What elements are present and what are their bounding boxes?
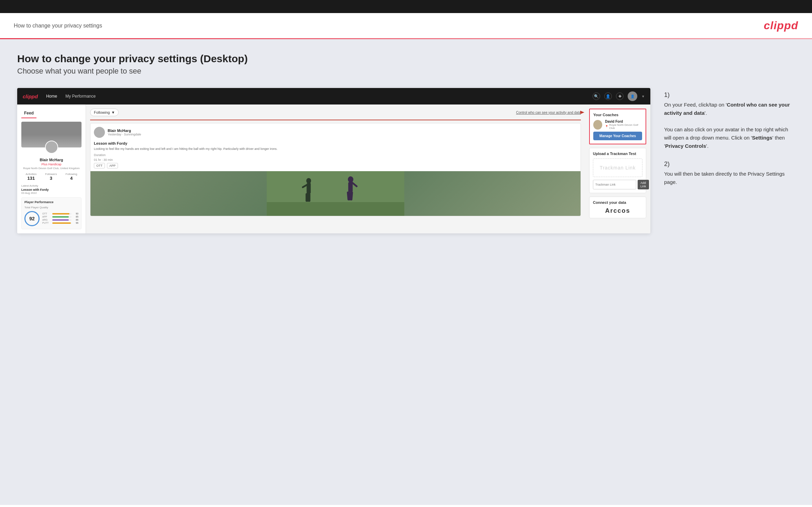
- svg-rect-7: [308, 193, 311, 202]
- app-navbar: clippd Home My Performance 🔍 👤 ✚ 👤 ▼: [17, 88, 650, 104]
- post-tags: OTT APP: [90, 163, 581, 171]
- bar-app-track: [52, 216, 72, 218]
- stat-following: Following 4: [66, 173, 77, 181]
- svg-marker-0: [580, 111, 584, 114]
- app-right: Your Coaches David Ford 📍 Royal North De…: [585, 104, 650, 233]
- latest-lesson: Lesson with Fordy: [21, 188, 82, 191]
- post-duration-label: Duration: [90, 153, 581, 158]
- bar-ott-value: 90: [73, 212, 78, 215]
- post-card: Blair McHarg Yesterday · Sunningdale Les…: [90, 123, 581, 216]
- app-body: Feed Blair McHarg Plus Handicap Royal No…: [17, 104, 650, 233]
- stat-activities-value: 131: [26, 176, 37, 181]
- stat-activities-label: Activities: [26, 173, 37, 176]
- profile-badge: Plus Handicap: [21, 163, 82, 166]
- nav-home[interactable]: Home: [46, 94, 57, 99]
- trackman-input-row: Add Link: [593, 180, 642, 189]
- post-avatar: [94, 127, 105, 138]
- trackman-input[interactable]: [593, 180, 636, 189]
- tag-ott: OTT: [94, 163, 105, 168]
- app-sidebar: Feed Blair McHarg Plus Handicap Royal No…: [17, 104, 86, 233]
- person-icon[interactable]: 👤: [604, 92, 612, 100]
- post-author-info: Blair McHarg Yesterday · Sunningdale: [108, 129, 141, 136]
- perf-quality-label: Total Player Quality: [24, 206, 78, 209]
- bar-app-fill: [52, 216, 69, 218]
- bar-arg: ARG 86: [42, 219, 78, 221]
- user-avatar[interactable]: 👤: [628, 91, 637, 101]
- bar-app-label: APP: [42, 216, 51, 218]
- bar-arg-label: ARG: [42, 219, 51, 221]
- perf-title: Player Performance: [24, 200, 78, 204]
- feed-top: Following ▼ Control who can see your act…: [90, 109, 581, 116]
- profile-banner: [21, 122, 82, 147]
- page-subheading: Choose what you want people to see: [17, 67, 795, 76]
- bar-arg-value: 86: [73, 219, 78, 221]
- coach-row: David Ford 📍 Royal North Devon Golf Club: [593, 120, 642, 130]
- following-chevron: ▼: [111, 110, 115, 114]
- coaches-title: Your Coaches: [593, 113, 642, 117]
- coach-name: David Ford: [605, 120, 642, 123]
- following-label: Following: [94, 110, 110, 114]
- instruction-1: 1) On your Feed, click/tap on 'Control w…: [664, 91, 795, 150]
- control-link[interactable]: Control who can see your activity and da…: [516, 111, 581, 114]
- search-icon[interactable]: 🔍: [593, 92, 600, 100]
- quality-score: 92: [24, 211, 40, 226]
- manage-coaches-button[interactable]: Manage Your Coaches: [593, 132, 642, 140]
- svg-rect-9: [348, 182, 353, 192]
- bar-putt-fill: [52, 222, 71, 224]
- instruction-1-number: 1): [664, 91, 795, 99]
- bar-ott-label: OTT: [42, 212, 51, 215]
- nav-icons: 🔍 👤 ✚ 👤 ▼: [593, 91, 645, 101]
- profile-avatar: [45, 141, 58, 154]
- plus-icon[interactable]: ✚: [616, 92, 624, 100]
- trackman-card: Upload a Trackman Test Trackman Link Add…: [589, 148, 646, 193]
- bar-ott: OTT 90: [42, 212, 78, 215]
- trackman-card-title: Upload a Trackman Test: [593, 152, 642, 156]
- logo: clippd: [764, 19, 798, 32]
- bar-app-value: 85: [73, 216, 78, 218]
- tag-app: APP: [107, 163, 118, 168]
- arccos-logo: Arccos: [593, 207, 642, 214]
- profile-club: Royal North Devon Golf Club, United King…: [21, 167, 82, 170]
- header-title: How to change your privacy settings: [14, 23, 102, 29]
- instruction-2-text: You will then be taken directly to the P…: [664, 170, 795, 186]
- bar-arg-fill: [52, 219, 69, 221]
- stat-followers-value: 3: [45, 176, 57, 181]
- stat-following-value: 4: [66, 176, 77, 181]
- stats-row: Activities 131 Followers 3 Following 4: [21, 173, 82, 181]
- post-image: [90, 171, 581, 216]
- bar-putt: PUTT 96: [42, 222, 78, 224]
- feed-tab[interactable]: Feed: [21, 109, 36, 118]
- stat-followers: Followers 3: [45, 173, 57, 181]
- stat-followers-label: Followers: [45, 173, 57, 176]
- coaches-card: Your Coaches David Ford 📍 Royal North De…: [589, 109, 646, 144]
- main-content: How to change your privacy settings (Des…: [0, 39, 812, 505]
- bar-putt-label: PUTT: [42, 222, 51, 224]
- nav-my-performance[interactable]: My Performance: [65, 94, 96, 99]
- red-line: [90, 120, 581, 120]
- coach-club: 📍 Royal North Devon Golf Club: [605, 123, 642, 130]
- bar-ott-fill: [52, 213, 69, 214]
- post-header: Blair McHarg Yesterday · Sunningdale: [90, 123, 581, 141]
- avatar-chevron: ▼: [641, 95, 645, 98]
- arrow-right-icon: [580, 110, 587, 115]
- stat-following-label: Following: [66, 173, 77, 176]
- coach-avatar: [593, 120, 602, 130]
- profile-name: Blair McHarg: [21, 158, 82, 162]
- top-bar: [0, 0, 812, 13]
- instructions: 1) On your Feed, click/tap on 'Control w…: [664, 88, 795, 197]
- player-performance: Player Performance Total Player Quality …: [21, 197, 82, 229]
- annotation-line: [90, 120, 581, 120]
- post-author-name: Blair McHarg: [108, 129, 141, 133]
- svg-rect-2: [267, 202, 404, 216]
- bar-arg-track: [52, 219, 72, 221]
- following-button[interactable]: Following ▼: [90, 109, 119, 116]
- post-desc: Looking to feel like my hands are exitin…: [90, 147, 581, 153]
- footer: Copyright Clippd 2022: [0, 505, 812, 507]
- svg-point-3: [306, 178, 311, 184]
- app-feed: Following ▼ Control who can see your act…: [86, 104, 585, 233]
- trackman-link-display: Trackman Link: [593, 158, 642, 177]
- instruction-1-text: On your Feed, click/tap on 'Control who …: [664, 101, 795, 150]
- coach-info: David Ford 📍 Royal North Devon Golf Club: [605, 120, 642, 130]
- post-title: Lesson with Fordy: [90, 141, 581, 147]
- add-link-button[interactable]: Add Link: [638, 180, 649, 189]
